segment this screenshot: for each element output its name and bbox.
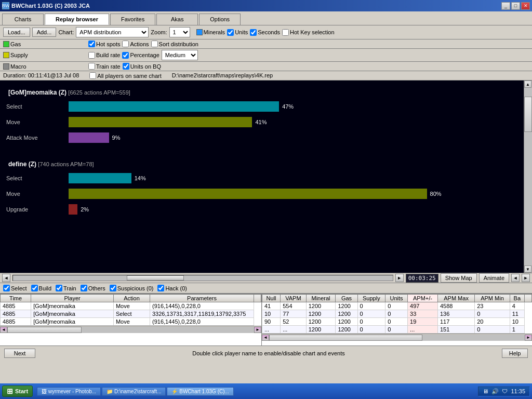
minerals-color — [196, 29, 203, 35]
actions-checkbox[interactable] — [122, 41, 129, 47]
player1-bar-fill-select — [69, 101, 279, 112]
hscroll-thumb[interactable] — [7, 327, 82, 333]
hot-spots-checkbox[interactable] — [88, 41, 95, 47]
windows-icon: ⊞ — [7, 387, 13, 395]
hscroll-left[interactable]: ◄ — [0, 327, 7, 333]
stats-hscroll-thumb[interactable] — [269, 335, 422, 341]
train-rate-checkbox[interactable] — [88, 63, 95, 70]
vscroll-up-button[interactable]: ▲ — [524, 81, 531, 88]
row3-player[interactable]: [GoM]meomaika — [31, 318, 114, 326]
chart-area[interactable]: [GoM]meomaika (Z) [6625 actions APM=559]… — [0, 81, 532, 273]
actions-label: Actions — [130, 41, 149, 47]
tab-replay-browser[interactable]: Replay browser — [45, 14, 109, 25]
filter-train-cb[interactable] — [56, 285, 62, 291]
hot-key-label: Hot Key selection — [290, 29, 335, 35]
seconds-checkbox[interactable] — [250, 29, 257, 36]
player1-bar-container-select: 47% — [69, 101, 516, 112]
row2-player[interactable]: [GoM]meomaika — [31, 310, 114, 318]
filter-others-cb[interactable] — [81, 285, 87, 291]
next-button[interactable]: Next — [4, 349, 35, 358]
percentage-checkbox[interactable] — [122, 52, 129, 59]
col-params: Parameters — [150, 295, 254, 302]
show-map-button[interactable]: Show Map — [441, 273, 477, 283]
stat-col-gas: Gas — [336, 295, 357, 302]
player1-pct-select: 47% — [282, 103, 294, 110]
timeline-thumb[interactable] — [127, 275, 184, 281]
player2-bar-fill-upgrade — [69, 204, 77, 215]
tab-options[interactable]: Options — [199, 14, 241, 25]
status-text: Double click player name to enable/disab… — [35, 350, 502, 356]
sort-dist-label: Sort distribution — [159, 41, 198, 47]
stat-row: 10771200120000 33136011 — [262, 310, 532, 318]
add-button[interactable]: Add... — [32, 28, 57, 37]
photo-icon: 🖼 — [42, 389, 48, 394]
sort-dist-checkbox[interactable] — [151, 41, 158, 47]
timeline-track[interactable] — [12, 275, 393, 281]
taskbar-items: 🖼 wyrmever - Photob... 📁 D:\name2\starcr… — [35, 387, 476, 396]
chart-select[interactable]: APM distribution — [76, 27, 149, 37]
nav-prev-button[interactable]: ◄ — [511, 274, 520, 282]
network-icon: 🖥 — [483, 388, 488, 394]
toolbar-row-3: Supply Build rate Percentage Medium — [0, 49, 532, 62]
load-button[interactable]: Load... — [3, 28, 30, 37]
gas-label: Gas — [10, 41, 21, 47]
stat-scroll — [525, 295, 532, 302]
maximize-button[interactable]: □ — [511, 2, 520, 10]
player2-bar-upgrade: Upgrade 2% — [6, 204, 516, 215]
stat-col-apmmax: APM Max — [437, 295, 474, 302]
stat-col-vapm: VAPM — [281, 295, 307, 302]
hot-key-checkbox[interactable] — [282, 29, 289, 36]
animate-button[interactable]: Animate — [479, 273, 509, 283]
row1-player[interactable]: [GoM]meomaika — [31, 302, 114, 310]
quality-select[interactable]: Medium — [162, 50, 198, 60]
minimize-button[interactable]: _ — [501, 2, 510, 10]
info-bar: Duration: 00:11:41@13 Jul 08 All players… — [0, 71, 532, 81]
stats-hscroll-left[interactable]: ◄ — [262, 335, 269, 341]
taskbar-item-1[interactable]: 🖼 wyrmever - Photob... — [37, 387, 101, 396]
toolbar-row-2: Gas Hot spots Actions Sort distribution — [0, 39, 532, 49]
scroll-left-button[interactable]: ◄ — [2, 274, 10, 282]
time-display: 00:03:25 — [406, 274, 438, 283]
stat-row: 90521200120000 191172010 — [262, 318, 532, 326]
player1-bar-select: Select 47% — [6, 101, 516, 112]
zoom-select[interactable]: 1 — [169, 27, 190, 37]
start-button[interactable]: ⊞ Start — [2, 385, 33, 397]
stats-hscroll-track[interactable] — [269, 335, 525, 341]
vscroll-down-button[interactable]: ▼ — [524, 265, 531, 273]
filter-suspicious-cb[interactable] — [110, 285, 116, 291]
help-button[interactable]: Help — [502, 349, 528, 358]
taskbar-item-3[interactable]: ⚡ BWChart 1.03G (C)... — [167, 387, 233, 396]
hscroll-track[interactable] — [7, 327, 254, 333]
units-checkbox[interactable] — [227, 29, 234, 36]
filter-select-cb[interactable] — [3, 285, 10, 291]
action-table-container[interactable]: Time Player Action Parameters 4885 [GoM]… — [0, 294, 262, 345]
units-bq-checkbox[interactable] — [123, 63, 129, 70]
tab-charts[interactable]: Charts — [2, 14, 44, 25]
filter-build-cb[interactable] — [31, 285, 38, 291]
chart-vscrollbar[interactable]: ▲ ▼ — [524, 81, 532, 273]
player1-name: [GoM]meomaika (Z) — [8, 89, 66, 96]
units-bq-label: Units on BQ — [130, 63, 161, 70]
vscroll-thumb[interactable] — [524, 97, 532, 132]
nav-next-button[interactable]: ► — [522, 274, 530, 282]
scroll-right-button[interactable]: ► — [395, 274, 404, 282]
build-rate-label: Build rate — [96, 52, 120, 58]
stats-table-container[interactable]: Null VAPM Mineral Gas Supply Units APM+/… — [262, 294, 532, 345]
tab-favorites[interactable]: Favorites — [110, 14, 155, 25]
build-rate-checkbox[interactable] — [88, 52, 95, 59]
hot-spots-label: Hot spots — [96, 41, 120, 47]
all-players-checkbox[interactable] — [89, 72, 96, 79]
chart-wrapper: [GoM]meomaika (Z) [6625 actions APM=559]… — [0, 81, 532, 273]
close-button[interactable]: ✕ — [521, 2, 530, 10]
hscroll-right[interactable]: ► — [254, 327, 261, 333]
taskbar-item-2[interactable]: 📁 D:\name2\starcraft... — [102, 387, 166, 396]
tab-akas[interactable]: Akas — [156, 14, 198, 25]
filter-hack: Hack (0) — [157, 285, 187, 291]
player1-bar-attack: Attack Move 9% — [6, 132, 516, 143]
toolbar-row-4: Macro Train rate Units on BQ — [0, 62, 532, 71]
filter-suspicious: Suspicious (0) — [110, 285, 154, 291]
stats-table: Null VAPM Mineral Gas Supply Units APM+/… — [262, 294, 532, 334]
filter-hack-cb[interactable] — [157, 285, 164, 291]
row2-action: Select — [113, 310, 150, 318]
stats-hscroll-right[interactable]: ► — [525, 335, 532, 341]
